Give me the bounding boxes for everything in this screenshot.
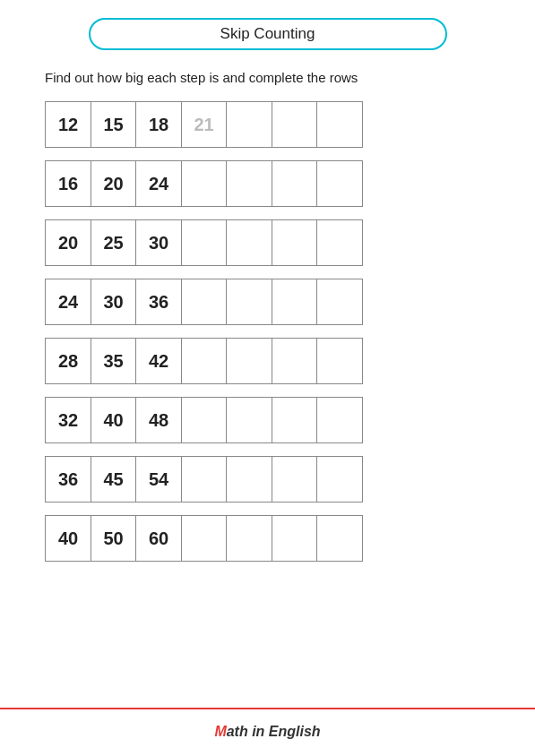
cell-3-2: 36 xyxy=(135,279,182,325)
cell-2-3 xyxy=(181,219,228,266)
cell-2-4 xyxy=(226,219,272,266)
page: Skip Counting Find out how big each step… xyxy=(0,0,535,756)
cell-2-2: 30 xyxy=(135,219,182,266)
cell-3-0: 24 xyxy=(45,279,91,325)
cell-1-2: 24 xyxy=(135,160,182,207)
cell-7-2: 60 xyxy=(135,515,182,562)
number-row: 324048 xyxy=(45,397,499,443)
cell-0-4 xyxy=(226,101,272,148)
cell-1-3 xyxy=(181,160,228,207)
number-row: 243036 xyxy=(45,279,499,325)
number-row: 162024 xyxy=(45,160,499,207)
cell-7-6 xyxy=(316,515,363,562)
number-row: 364554 xyxy=(45,456,499,503)
cell-5-2: 48 xyxy=(135,397,182,443)
cell-4-4 xyxy=(226,338,272,384)
cell-3-6 xyxy=(316,279,363,325)
cell-7-0: 40 xyxy=(45,515,91,562)
cell-7-1: 50 xyxy=(91,515,137,562)
cell-3-3 xyxy=(181,279,228,325)
cell-2-1: 25 xyxy=(91,219,137,266)
cell-3-5 xyxy=(272,279,318,325)
number-row: 405060 xyxy=(45,515,499,562)
cell-7-4 xyxy=(226,515,272,562)
cell-1-1: 20 xyxy=(91,160,137,207)
cell-4-6 xyxy=(316,338,363,384)
cell-1-6 xyxy=(316,160,363,207)
cell-6-3 xyxy=(181,456,228,503)
cell-3-1: 30 xyxy=(91,279,137,325)
cell-4-2: 42 xyxy=(135,338,182,384)
title-box: Skip Counting xyxy=(89,18,447,50)
title-text: Skip Counting xyxy=(220,25,315,42)
cell-6-1: 45 xyxy=(91,456,137,503)
instruction-text: Find out how big each step is and comple… xyxy=(45,70,499,85)
cell-6-4 xyxy=(226,456,272,503)
cell-2-5 xyxy=(272,219,318,266)
cell-1-5 xyxy=(272,160,318,207)
cell-7-5 xyxy=(272,515,318,562)
cell-2-0: 20 xyxy=(45,219,91,266)
cell-4-0: 28 xyxy=(45,338,91,384)
cell-0-2: 18 xyxy=(135,101,182,148)
cell-0-3: 21 xyxy=(181,101,228,148)
number-row: 283542 xyxy=(45,338,499,384)
cell-5-5 xyxy=(272,397,318,443)
cell-2-6 xyxy=(316,219,363,266)
cell-0-5 xyxy=(272,101,318,148)
cell-5-4 xyxy=(226,397,272,443)
cell-3-4 xyxy=(226,279,272,325)
cell-6-5 xyxy=(272,456,318,503)
cell-6-0: 36 xyxy=(45,456,91,503)
cell-1-0: 16 xyxy=(45,160,91,207)
cell-4-5 xyxy=(272,338,318,384)
number-row: 202530 xyxy=(45,219,499,266)
cell-7-3 xyxy=(181,515,228,562)
cell-0-0: 12 xyxy=(45,101,91,148)
cell-6-2: 54 xyxy=(135,456,182,503)
footer-line xyxy=(0,708,535,709)
footer: Math in English xyxy=(0,724,535,740)
cell-5-3 xyxy=(181,397,228,443)
rows-container: 1215182116202420253024303628354232404836… xyxy=(45,101,499,562)
number-row: 12151821 xyxy=(45,101,499,148)
cell-4-3 xyxy=(181,338,228,384)
footer-m: M xyxy=(214,724,226,739)
cell-0-1: 15 xyxy=(91,101,137,148)
cell-1-4 xyxy=(226,160,272,207)
cell-4-1: 35 xyxy=(91,338,137,384)
cell-0-6 xyxy=(316,101,363,148)
cell-5-6 xyxy=(316,397,363,443)
cell-6-6 xyxy=(316,456,363,503)
cell-5-0: 32 xyxy=(45,397,91,443)
cell-5-1: 40 xyxy=(91,397,137,443)
footer-rest: ath in English xyxy=(227,724,321,739)
